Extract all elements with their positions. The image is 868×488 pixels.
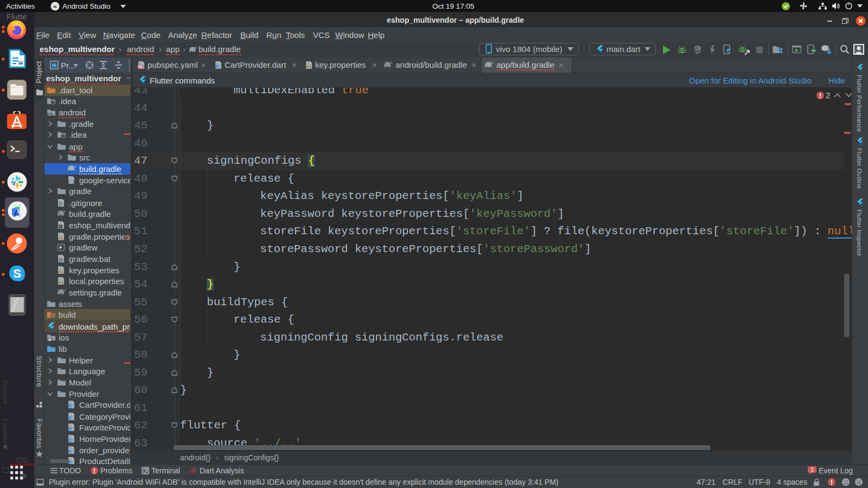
- svg-text:{·}: {·}: [67, 179, 75, 184]
- svg-text:YML: YML: [138, 66, 143, 68]
- svg-text:1: 1: [810, 467, 814, 473]
- svg-text:S: S: [13, 267, 21, 280]
